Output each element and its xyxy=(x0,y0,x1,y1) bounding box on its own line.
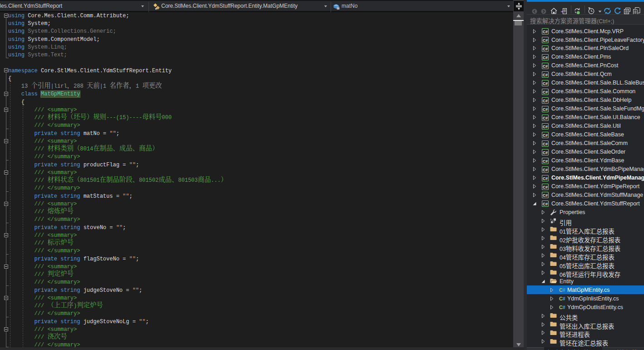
svg-text:C#: C# xyxy=(543,64,548,68)
svg-text:C#: C# xyxy=(543,124,548,129)
svg-text:C#: C# xyxy=(543,150,548,155)
svg-text:C#: C# xyxy=(543,141,548,146)
svg-text:C#: C# xyxy=(543,133,548,137)
svg-text:C#: C# xyxy=(543,81,548,85)
svg-text:C#: C# xyxy=(543,38,548,43)
svg-text:C#: C# xyxy=(543,185,548,189)
svg-text:C#: C# xyxy=(543,90,548,94)
svg-text:C#: C# xyxy=(543,202,548,206)
svg-text:C#: C# xyxy=(543,193,548,198)
svg-text:C: C xyxy=(559,305,563,310)
svg-text:C#: C# xyxy=(543,72,548,77)
svg-text:#: # xyxy=(563,288,565,293)
svg-text:#: # xyxy=(563,296,565,301)
svg-text:C: C xyxy=(559,296,563,301)
svg-text:C#: C# xyxy=(543,46,548,51)
svg-text:C#: C# xyxy=(543,98,548,103)
svg-text:C#: C# xyxy=(543,115,548,120)
svg-text:C#: C# xyxy=(543,176,548,180)
svg-text:C#: C# xyxy=(543,55,548,60)
svg-text:C: C xyxy=(559,287,563,293)
svg-text:#: # xyxy=(563,305,565,310)
svg-text:C#: C# xyxy=(543,30,548,34)
svg-text:C#: C# xyxy=(543,167,548,172)
svg-text:C#: C# xyxy=(543,159,548,163)
svg-text:C#: C# xyxy=(543,107,548,111)
